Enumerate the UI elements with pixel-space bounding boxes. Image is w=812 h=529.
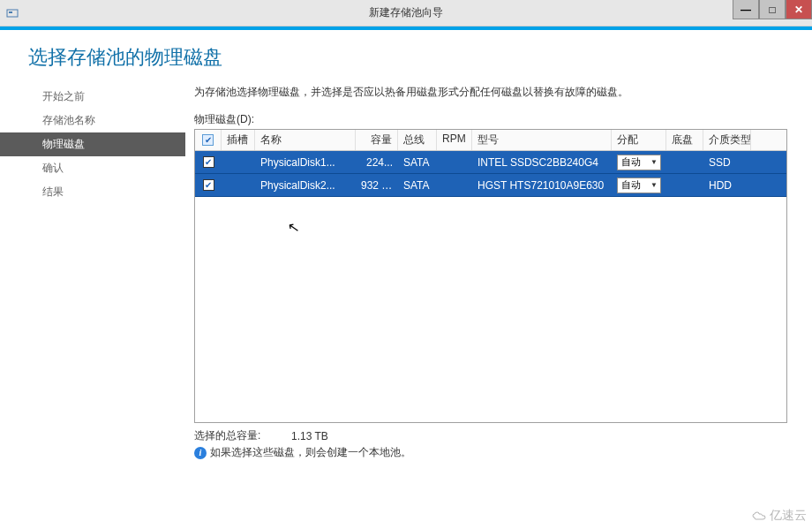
cell-chassis <box>666 183 703 188</box>
info-icon: i <box>194 447 207 459</box>
sidebar-item-results[interactable]: 结果 <box>0 180 185 204</box>
chevron-down-icon: ▼ <box>650 158 658 166</box>
close-button[interactable]: ✕ <box>786 0 812 19</box>
info-text: 如果选择这些磁盘，则会创建一个本地池。 <box>210 445 411 460</box>
cell-slot <box>222 160 255 165</box>
sidebar-item-confirm[interactable]: 确认 <box>0 156 185 180</box>
cell-rpm <box>437 183 472 188</box>
table-body: ✔ PhysicalDisk1... 224... SATA INTEL SSD… <box>195 151 786 422</box>
cell-model: INTEL SSDSC2BB240G4 <box>472 154 612 171</box>
sidebar-item-physical-disks[interactable]: 物理磁盘 <box>0 132 185 156</box>
main-panel: 为存储池选择物理磁盘，并选择是否应以热备用磁盘形式分配任何磁盘以替换有故障的磁盘… <box>185 85 812 529</box>
col-media[interactable]: 介质类型 <box>703 130 751 150</box>
table-row[interactable]: ✔ PhysicalDisk2... 932 GB SATA HGST HTS7… <box>195 174 786 197</box>
row-checkbox[interactable]: ✔ <box>203 156 214 168</box>
cell-capacity: 224... <box>356 154 398 171</box>
col-slot[interactable]: 插槽 <box>222 130 255 150</box>
window-title: 新建存储池向导 <box>0 5 812 20</box>
summary-section: 选择的总容量: 1.13 TB i 如果选择这些磁盘，则会创建一个本地池。 <box>194 428 787 460</box>
titlebar: 新建存储池向导 — □ ✕ <box>0 0 812 26</box>
cell-name: PhysicalDisk2... <box>255 177 356 194</box>
cell-bus: SATA <box>398 177 437 194</box>
allocation-dropdown[interactable]: 自动▼ <box>617 155 661 170</box>
col-chassis[interactable]: 底盘 <box>666 130 703 150</box>
maximize-button[interactable]: □ <box>759 0 786 19</box>
col-rpm[interactable]: RPM <box>437 130 472 150</box>
col-model[interactable]: 型号 <box>472 130 612 150</box>
allocation-dropdown[interactable]: 自动▼ <box>617 178 661 193</box>
chevron-down-icon: ▼ <box>650 181 658 189</box>
sidebar-item-before-begin[interactable]: 开始之前 <box>0 85 185 109</box>
page-title: 选择存储池的物理磁盘 <box>0 30 812 78</box>
cell-rpm <box>437 160 472 165</box>
col-allocation[interactable]: 分配 <box>612 130 666 150</box>
cell-chassis <box>666 160 703 165</box>
instruction-text: 为存储池选择物理磁盘，并选择是否应以热备用磁盘形式分配任何磁盘以替换有故障的磁盘… <box>194 85 787 100</box>
cell-capacity: 932 GB <box>356 177 398 194</box>
table-header-row: ✔ 插槽 名称 容量 总线 RPM 型号 分配 底盘 介质类型 <box>195 130 786 151</box>
cell-bus: SATA <box>398 154 437 171</box>
total-capacity-label: 选择的总容量: <box>194 428 291 443</box>
physical-disks-table: ✔ 插槽 名称 容量 总线 RPM 型号 分配 底盘 介质类型 ✔ Physic… <box>194 129 787 423</box>
col-name[interactable]: 名称 <box>255 130 356 150</box>
sidebar-item-pool-name[interactable]: 存储池名称 <box>0 109 185 132</box>
cell-media: SSD <box>703 154 751 171</box>
cell-model: HGST HTS721010A9E630 <box>472 177 612 194</box>
row-checkbox[interactable]: ✔ <box>203 179 214 191</box>
cell-name: PhysicalDisk1... <box>255 154 356 171</box>
total-capacity-value: 1.13 TB <box>291 430 328 442</box>
table-label: 物理磁盘(D): <box>194 112 787 127</box>
wizard-steps-sidebar: 开始之前 存储池名称 物理磁盘 确认 结果 <box>0 85 185 529</box>
cell-slot <box>222 183 255 188</box>
col-capacity[interactable]: 容量 <box>356 130 398 150</box>
minimize-button[interactable]: — <box>733 0 759 19</box>
col-bus[interactable]: 总线 <box>398 130 437 150</box>
select-all-checkbox[interactable]: ✔ <box>202 134 214 146</box>
table-row[interactable]: ✔ PhysicalDisk1... 224... SATA INTEL SSD… <box>195 151 786 174</box>
cell-media: HDD <box>703 177 751 194</box>
watermark: 亿速云 <box>751 508 807 524</box>
